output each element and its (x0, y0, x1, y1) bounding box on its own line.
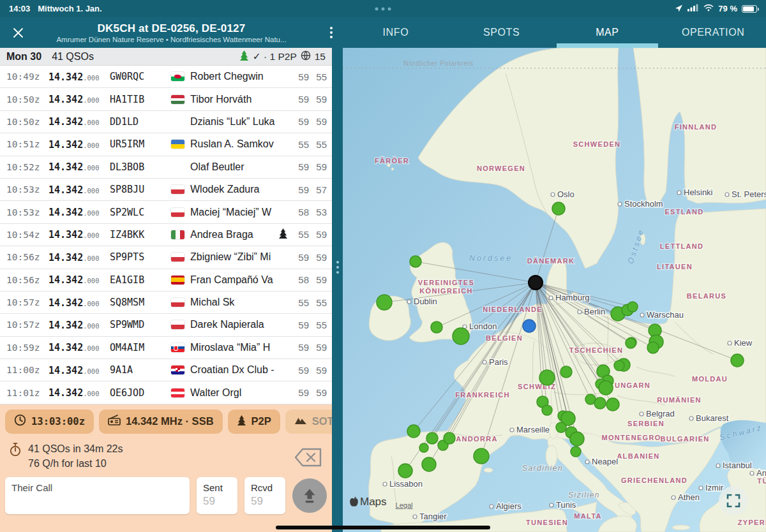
qso-marker[interactable] (570, 432, 584, 446)
qso-marker[interactable] (398, 464, 412, 478)
status-date: Mittwoch 1. Jan. (38, 4, 101, 13)
qso-marker[interactable] (410, 256, 421, 267)
rcvd-rst-input[interactable]: Rcvd 59 (244, 477, 285, 514)
p2p-marker[interactable] (523, 320, 536, 332)
qso-marker[interactable] (571, 447, 581, 457)
qso-marker[interactable] (626, 338, 636, 348)
country-flag-icon (171, 140, 190, 149)
city-marker (618, 202, 622, 206)
qso-row[interactable]: 10:56z14.342.000SP9PTSZbigniew “Zibi” Mi… (0, 246, 332, 269)
qso-frequency: 14.342.000 (49, 184, 110, 196)
qso-marker[interactable] (444, 432, 455, 444)
qso-callsign: SP9WMD (110, 319, 171, 330)
qso-marker[interactable] (560, 366, 572, 378)
sota-chip[interactable]: SOTA (285, 410, 332, 434)
qso-row[interactable]: 10:57z14.342.000SQ8MSMMichal Sk5555 (0, 292, 332, 314)
p2p-chip[interactable]: P2P (228, 410, 280, 434)
kebab-menu-icon[interactable] (329, 26, 334, 40)
qso-marker[interactable] (377, 295, 392, 310)
qso-marker[interactable] (453, 328, 469, 344)
qso-marker[interactable] (431, 321, 442, 333)
map-attribution: Maps Legal (349, 496, 413, 509)
p2p-tree-icon (278, 228, 290, 241)
13-03-00z-chip[interactable]: 13:03:00z (5, 410, 94, 434)
their-call-input[interactable]: Their Call (5, 477, 190, 514)
qso-marker[interactable] (407, 425, 420, 438)
qso-frequency: 14.342.000 (49, 341, 110, 353)
qso-row[interactable]: 11:01z14.342.000OE6JODWalter Orgl5959 (0, 381, 332, 404)
qso-row[interactable]: 10:50z14.342.000DD1LDDzianis “Luk” Luka5… (0, 111, 332, 133)
city-label: Lissabon (389, 479, 423, 489)
qso-row[interactable]: 10:51z14.342.000UR5IRMRuslan A. Samkov55… (0, 133, 332, 156)
sent-rst-input[interactable]: Sent 59 (197, 477, 237, 514)
qso-operator-name: Tibor Horváth (190, 94, 291, 105)
country-label: FÄRÖER (375, 157, 409, 165)
rst-sent: 59 (291, 252, 309, 263)
qso-row[interactable]: 10:53z14.342.000SP8BJUWlodek Zadura5957 (0, 179, 332, 201)
qso-marker[interactable] (731, 354, 744, 367)
country-flag-icon (171, 366, 190, 374)
qso-marker[interactable] (606, 398, 619, 411)
country-label: KÖNIGREICH (419, 287, 472, 295)
wifi-icon (703, 4, 714, 13)
qso-row[interactable]: 11:00z14.342.0009A1ACroatian Dx Club -59… (0, 359, 332, 381)
battery-icon (742, 5, 757, 13)
qso-callsign: SP8BJU (110, 184, 171, 195)
fullscreen-button[interactable] (719, 486, 748, 515)
tab-operation[interactable]: OPERATION (660, 17, 766, 48)
country-label: BELGIEN (486, 334, 523, 342)
qso-row[interactable]: 10:56z14.342.000EA1GIBFran Campañó Va585… (0, 269, 332, 292)
qso-callsign: DL3BOB (110, 161, 171, 173)
qso-marker[interactable] (594, 397, 606, 409)
qso-marker[interactable] (474, 448, 489, 464)
battery-percent: 79 % (718, 4, 737, 13)
log-qso-button[interactable] (292, 478, 327, 513)
qso-marker[interactable] (542, 405, 552, 415)
backspace-icon[interactable] (294, 447, 323, 471)
rst-rcvd: 59 (309, 252, 327, 263)
country-label: SCHWEDEN (573, 140, 621, 148)
qso-marker[interactable] (599, 381, 613, 395)
country-label: LETTLAND (660, 242, 703, 250)
qso-marker[interactable] (647, 342, 659, 353)
qso-row[interactable]: 10:59z14.342.000OM4AIMMiroslava “Mia” H5… (0, 337, 332, 359)
location-arrow-icon (675, 4, 683, 14)
qso-marker[interactable] (539, 370, 555, 385)
country-label: MOLDAU (692, 375, 728, 383)
qso-time: 10:51z (6, 139, 49, 149)
tab-info[interactable]: INFO (343, 17, 449, 48)
city-marker (383, 482, 387, 486)
country-flag-icon (171, 72, 190, 81)
legal-link[interactable]: Legal (396, 501, 413, 509)
qso-row[interactable]: 10:53z14.342.000SP2WLCMaciej “Maciej” W5… (0, 201, 332, 223)
rst-rcvd: 55 (309, 297, 327, 308)
home-indicator[interactable] (276, 526, 490, 529)
qso-row[interactable]: 10:52z14.342.000DL3BOBOlaf Beutler5959 (0, 156, 332, 179)
globe-icon (301, 50, 311, 63)
map-view[interactable]: Nördlicher PolarkreisNordseeOstseeSchwar… (343, 48, 766, 532)
qso-marker[interactable] (614, 360, 624, 371)
city-marker (551, 193, 555, 196)
qso-row[interactable]: 10:49z14.342.000GW0RQCRobert Chegwin5955 (0, 66, 332, 88)
qso-row[interactable]: 10:54z14.342.000IZ4BKKAndrea Braga5559 (0, 224, 332, 246)
qso-marker[interactable] (552, 202, 565, 215)
tab-map[interactable]: MAP (555, 17, 661, 48)
station-marker[interactable] (529, 276, 543, 290)
panel-resize-handle[interactable] (332, 48, 343, 532)
qso-marker[interactable] (627, 302, 638, 312)
qso-time: 10:49z (6, 71, 49, 82)
14-342-mhz-ssb-chip[interactable]: 14.342 MHz · SSB (99, 410, 223, 434)
qso-marker[interactable] (556, 422, 566, 432)
close-icon[interactable] (10, 25, 26, 40)
europe-map[interactable]: Nördlicher PolarkreisNordseeOstseeSchwar… (343, 48, 766, 532)
qso-row[interactable]: 10:57z14.342.000SP9WMDDarek Napierala595… (0, 314, 332, 336)
rcvd-label: Rcvd (251, 482, 279, 493)
qso-row[interactable]: 10:50z14.342.000HA1TIBTibor Horváth5959 (0, 88, 332, 110)
qso-operator-name: Fran Campañó Va (190, 274, 291, 286)
rst-sent: 55 (291, 139, 309, 150)
tab-spots[interactable]: SPOTS (449, 17, 555, 48)
qso-marker[interactable] (419, 443, 428, 452)
entry-panel: 13:03:00z14.342 MHz · SSBP2PSOTA 41 QSOs… (0, 404, 332, 532)
qso-marker[interactable] (426, 432, 438, 444)
qso-marker[interactable] (422, 457, 436, 471)
